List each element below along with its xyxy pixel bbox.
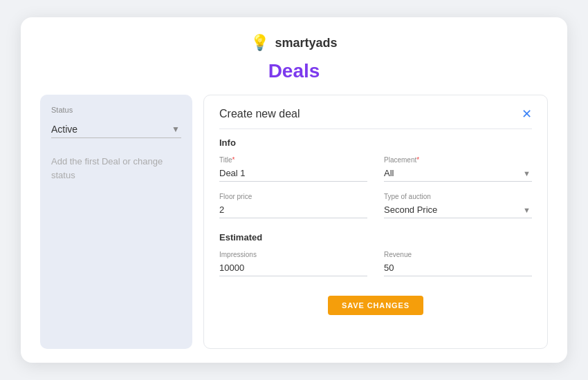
placement-required: * <box>416 156 419 164</box>
panel-title: Create new deal <box>219 108 300 120</box>
right-panel: Create new deal ✕ Info Title* Placement* <box>203 95 548 349</box>
title-field: Title* <box>219 156 367 182</box>
empty-state-text: Add the first Deal or change status <box>51 155 181 182</box>
status-select[interactable]: Active Inactive Paused <box>51 121 181 137</box>
type-of-auction-select[interactable]: First Price Second Price <box>384 202 532 218</box>
panel-header: Create new deal ✕ <box>219 108 532 120</box>
floor-auction-row: Floor price Type of auction First Price … <box>219 193 532 218</box>
status-label: Status <box>51 106 181 114</box>
type-of-auction-label: Type of auction <box>384 193 532 200</box>
logo-text: smartyads <box>275 36 337 50</box>
save-changes-button[interactable]: SAVE CHANGES <box>328 296 423 315</box>
title-required: * <box>232 156 235 164</box>
revenue-field: Revenue <box>384 251 532 276</box>
close-button[interactable]: ✕ <box>522 108 532 120</box>
impressions-label: Impressions <box>219 251 367 258</box>
type-of-auction-select-wrapper: First Price Second Price ▼ <box>384 202 532 218</box>
placement-select[interactable]: All Banner Video <box>384 165 532 181</box>
status-select-wrapper: Active Inactive Paused ▼ <box>51 121 181 138</box>
title-input[interactable] <box>219 165 367 182</box>
placement-field: Placement* All Banner Video ▼ <box>384 156 532 182</box>
header-divider <box>219 129 532 129</box>
revenue-input[interactable] <box>384 260 532 276</box>
left-panel: Status Active Inactive Paused ▼ Add the … <box>40 95 192 349</box>
title-placement-row: Title* Placement* All Banner Video <box>219 156 532 182</box>
placement-label: Placement* <box>384 156 532 164</box>
estimated-section-label: Estimated <box>219 232 532 243</box>
floor-price-field: Floor price <box>219 193 367 218</box>
title-label: Title* <box>219 156 367 164</box>
floor-price-label: Floor price <box>219 193 367 200</box>
main-content: Status Active Inactive Paused ▼ Add the … <box>40 95 548 349</box>
logo-area: 💡 smartyads <box>250 34 337 52</box>
impressions-revenue-row: Impressions Revenue <box>219 251 532 276</box>
form-actions: SAVE CHANGES <box>219 296 532 315</box>
page-title: Deals <box>268 60 320 82</box>
placement-select-wrapper: All Banner Video ▼ <box>384 165 532 182</box>
revenue-label: Revenue <box>384 251 532 258</box>
floor-price-input[interactable] <box>219 202 367 218</box>
main-card: 💡 smartyads Deals Status Active Inactive… <box>21 17 567 363</box>
logo-icon: 💡 <box>250 34 269 52</box>
impressions-field: Impressions <box>219 251 367 276</box>
info-section-label: Info <box>219 137 532 148</box>
type-of-auction-field: Type of auction First Price Second Price… <box>384 193 532 218</box>
impressions-input[interactable] <box>219 260 367 276</box>
